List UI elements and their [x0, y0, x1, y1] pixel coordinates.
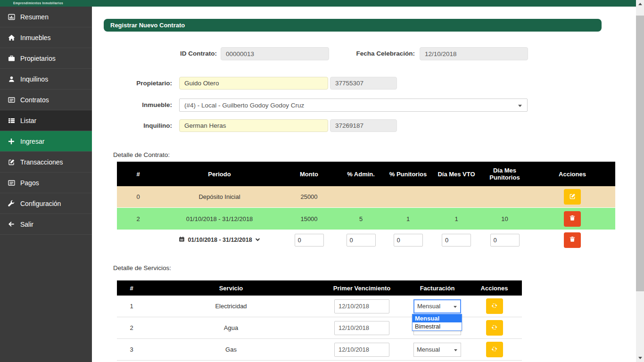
- page-title: Registrar Nuevo Contrato: [104, 19, 602, 32]
- propietario-dni-field[interactable]: [330, 77, 397, 90]
- dropdown-option-mensual[interactable]: Mensual: [413, 314, 462, 322]
- servicios-table: # Servicio Primer Vencimiento Facturació…: [117, 280, 522, 361]
- calendar-icon: [179, 236, 185, 244]
- sidebar-item-propietarios[interactable]: Propietarios: [0, 48, 92, 69]
- cell-num: 2: [117, 208, 159, 230]
- plus-icon: [7, 138, 16, 145]
- facturacion-select[interactable]: Mensual: [413, 299, 461, 313]
- col-acciones: Acciones: [467, 280, 522, 296]
- cell-periodo: 01/10/2018 - 31/12/2018: [159, 208, 280, 230]
- sidebar-item-label: Pagos: [20, 179, 39, 187]
- list-card-icon: [7, 96, 16, 104]
- col-dia-mes-punitorios: Día Mes Punitorios: [480, 162, 529, 186]
- th-list-icon: [7, 117, 16, 124]
- sidebar-item-inmuebles[interactable]: Inmuebles: [0, 27, 92, 48]
- cell-num: 2: [117, 317, 146, 338]
- inquilino-dni-field[interactable]: [330, 119, 397, 132]
- sidebar-item-inquilinos[interactable]: Inquilinos: [0, 69, 92, 90]
- servicios-section-title: Detalle de Servicios:: [113, 264, 171, 272]
- chevron-down-icon: [255, 237, 260, 243]
- list-card-icon: [7, 179, 16, 187]
- table-row-electricidad: 1 Electricidad Mensual Mensual Bimestral: [117, 296, 522, 317]
- briefcase-icon: [7, 55, 16, 62]
- scrollbar[interactable]: [636, 0, 644, 362]
- facturacion-select-value: Mensual: [417, 303, 440, 310]
- sidebar-item-ingresar[interactable]: Ingresar: [0, 131, 92, 152]
- sidebar-item-label: Listar: [20, 117, 36, 124]
- scroll-down-arrow[interactable]: [636, 354, 644, 362]
- home-icon: [7, 34, 16, 41]
- inmueble-label: Inmueble:: [111, 99, 172, 112]
- dia-punitorios-input[interactable]: [490, 234, 520, 247]
- cell-monto: 15000: [280, 208, 339, 230]
- col-admin: % Admin.: [339, 162, 383, 186]
- sidebar-item-listar[interactable]: Listar: [0, 110, 92, 131]
- cell-servicio: Electricidad: [146, 296, 316, 317]
- sidebar-item-salir[interactable]: Salir: [0, 214, 92, 235]
- edit-button[interactable]: [564, 189, 581, 205]
- sidebar-item-transacciones[interactable]: Transacciones: [0, 152, 92, 173]
- cell-servicio: Gas: [146, 339, 316, 360]
- id-contrato-label: ID Contrato:: [153, 47, 217, 60]
- refresh-button[interactable]: [486, 342, 503, 357]
- cell-num: 1: [117, 296, 146, 317]
- sidebar-item-label: Ingresar: [20, 138, 44, 145]
- table-row-gas: 3 Gas Mensual: [117, 339, 522, 361]
- cell-punitorios: 1: [383, 208, 433, 230]
- refresh-button[interactable]: [486, 298, 503, 314]
- pencil-square-icon: [7, 158, 16, 166]
- inquilino-label: Inquilino:: [111, 119, 172, 132]
- sidebar-item-label: Salir: [20, 221, 33, 228]
- facturacion-select-value: Mensual: [417, 346, 440, 353]
- contrato-table-header: # Periodo Monto % Admin. % Punitorios Dí…: [117, 162, 615, 186]
- brand-logo: Emprendimientos Inmobiliarios: [13, 1, 63, 5]
- punitorios-input[interactable]: [394, 234, 423, 247]
- propietario-label: Propietario:: [111, 77, 172, 90]
- facturacion-select[interactable]: Mensual: [413, 343, 461, 357]
- trash-icon: [569, 236, 576, 244]
- scroll-up-arrow[interactable]: [636, 0, 644, 8]
- sidebar-item-pagos[interactable]: Pagos: [0, 173, 92, 193]
- monto-input[interactable]: [295, 234, 324, 247]
- daterange-value: 01/10/2018 - 31/12/2018: [188, 237, 252, 243]
- sidebar-item-resumen[interactable]: Resumen: [0, 7, 92, 27]
- admin-input[interactable]: [347, 234, 376, 247]
- cell-punitorios: [383, 186, 433, 207]
- dia-vto-input[interactable]: [442, 234, 471, 247]
- contrato-table: # Periodo Monto % Admin. % Punitorios Dí…: [117, 162, 615, 250]
- scrollbar-thumb[interactable]: [636, 16, 644, 291]
- col-facturacion: Facturación: [408, 280, 467, 296]
- col-primer-vencimiento: Primer Vencimiento: [316, 280, 408, 296]
- table-row-periodo: 2 01/10/2018 - 31/12/2018 15000 5 1 1 10: [117, 208, 615, 230]
- id-contrato-field[interactable]: [221, 47, 329, 60]
- sidebar-item-contratos[interactable]: Contratos: [0, 90, 92, 110]
- sidebar-item-configuracion[interactable]: Configuración: [0, 193, 92, 214]
- delete-button[interactable]: [564, 232, 581, 248]
- refresh-icon: [491, 324, 498, 332]
- propietario-field[interactable]: [179, 77, 328, 90]
- cell-num: 3: [117, 339, 146, 360]
- select-arrow-icon: [453, 303, 457, 310]
- wrench-icon: [7, 200, 16, 207]
- cell-dia-vto: [433, 186, 480, 207]
- vencimiento-input[interactable]: [334, 343, 389, 357]
- vencimiento-input[interactable]: [334, 299, 389, 313]
- cell-monto: 25000: [280, 186, 339, 207]
- select-arrow-icon: [518, 102, 522, 109]
- vencimiento-input[interactable]: [334, 321, 389, 335]
- sidebar-item-label: Configuración: [20, 200, 61, 207]
- dropdown-option-bimestral[interactable]: Bimestral: [413, 322, 462, 330]
- refresh-button[interactable]: [486, 320, 503, 336]
- inmueble-select[interactable]: (#4) - Local - Guilberto Godoy Godoy Cru…: [179, 99, 528, 112]
- main-content: Registrar Nuevo Contrato ID Contrato: Fe…: [92, 7, 636, 362]
- fecha-celebracion-field[interactable]: [420, 47, 528, 60]
- inquilino-field[interactable]: [179, 119, 328, 132]
- sidebar-item-label: Resumen: [20, 13, 49, 21]
- sidebar-item-label: Inmuebles: [20, 34, 51, 41]
- cell-num: 0: [117, 186, 159, 207]
- delete-button[interactable]: [564, 211, 581, 227]
- col-dia-mes-vto: Día Mes VTO: [433, 162, 480, 186]
- inmueble-select-value: (#4) - Local - Guilberto Godoy Godoy Cru…: [184, 102, 304, 109]
- col-monto: Monto: [280, 162, 339, 186]
- daterange-picker[interactable]: 01/10/2018 - 31/12/2018: [179, 236, 260, 244]
